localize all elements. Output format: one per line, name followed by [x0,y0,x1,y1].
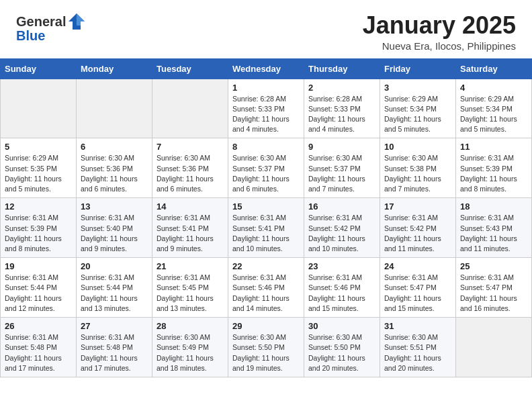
calendar-cell: 2Sunrise: 6:28 AM Sunset: 5:33 PM Daylig… [304,79,380,138]
day-info: Sunrise: 6:28 AM Sunset: 5:33 PM Dayligh… [308,94,375,135]
day-info: Sunrise: 6:31 AM Sunset: 5:40 PM Dayligh… [81,213,148,254]
day-number: 1 [232,83,300,93]
day-info: Sunrise: 6:31 AM Sunset: 5:43 PM Dayligh… [460,213,527,254]
calendar-cell: 10Sunrise: 6:30 AM Sunset: 5:38 PM Dayli… [380,138,456,198]
day-info: Sunrise: 6:31 AM Sunset: 5:41 PM Dayligh… [157,213,224,254]
calendar-week-row: 12Sunrise: 6:31 AM Sunset: 5:39 PM Dayli… [1,198,532,258]
calendar-cell: 15Sunrise: 6:31 AM Sunset: 5:41 PM Dayli… [228,198,304,258]
day-info: Sunrise: 6:31 AM Sunset: 5:47 PM Dayligh… [460,273,527,314]
calendar-table: SundayMondayTuesdayWednesdayThursdayFrid… [0,58,532,377]
day-number: 7 [157,142,224,152]
calendar-cell [152,79,228,138]
day-number: 10 [384,142,451,152]
day-number: 5 [5,142,72,152]
calendar-week-row: 1Sunrise: 6:28 AM Sunset: 5:33 PM Daylig… [1,79,532,138]
day-number: 22 [232,261,300,271]
calendar-cell: 25Sunrise: 6:31 AM Sunset: 5:47 PM Dayli… [456,258,532,318]
day-info: Sunrise: 6:31 AM Sunset: 5:41 PM Dayligh… [232,213,300,254]
day-info: Sunrise: 6:31 AM Sunset: 5:39 PM Dayligh… [460,153,527,194]
calendar-cell: 12Sunrise: 6:31 AM Sunset: 5:39 PM Dayli… [1,198,77,258]
day-info: Sunrise: 6:30 AM Sunset: 5:37 PM Dayligh… [308,153,375,194]
calendar-cell: 3Sunrise: 6:29 AM Sunset: 5:34 PM Daylig… [380,79,456,138]
calendar-cell [456,318,532,377]
day-number: 24 [384,261,451,271]
calendar-header-thursday: Thursday [304,58,380,79]
day-info: Sunrise: 6:30 AM Sunset: 5:36 PM Dayligh… [81,153,148,194]
day-info: Sunrise: 6:31 AM Sunset: 5:46 PM Dayligh… [308,273,375,314]
page-header: General Blue January 2025 Nueva Era, Ilo… [0,0,532,58]
day-info: Sunrise: 6:30 AM Sunset: 5:37 PM Dayligh… [232,153,300,194]
day-info: Sunrise: 6:31 AM Sunset: 5:42 PM Dayligh… [384,213,451,254]
day-info: Sunrise: 6:30 AM Sunset: 5:51 PM Dayligh… [384,332,451,373]
day-number: 31 [384,321,451,331]
day-info: Sunrise: 6:31 AM Sunset: 5:47 PM Dayligh… [384,273,451,314]
calendar-cell: 11Sunrise: 6:31 AM Sunset: 5:39 PM Dayli… [456,138,532,198]
day-number: 27 [81,321,148,331]
calendar-cell [1,79,77,138]
calendar-cell: 28Sunrise: 6:30 AM Sunset: 5:49 PM Dayli… [152,318,228,377]
day-number: 3 [384,83,451,93]
calendar-week-row: 5Sunrise: 6:29 AM Sunset: 5:35 PM Daylig… [1,138,532,198]
calendar-cell: 20Sunrise: 6:31 AM Sunset: 5:44 PM Dayli… [77,258,152,318]
calendar-cell: 24Sunrise: 6:31 AM Sunset: 5:47 PM Dayli… [380,258,456,318]
day-number: 12 [5,201,72,212]
day-number: 30 [308,321,375,331]
title-block: January 2025 Nueva Era, Ilocos, Philippi… [363,12,516,52]
calendar-header-wednesday: Wednesday [228,58,304,79]
calendar-cell: 14Sunrise: 6:31 AM Sunset: 5:41 PM Dayli… [152,198,228,258]
logo: General Blue [16,12,86,44]
day-number: 13 [81,201,148,212]
calendar-cell: 29Sunrise: 6:30 AM Sunset: 5:50 PM Dayli… [228,318,304,377]
day-info: Sunrise: 6:29 AM Sunset: 5:34 PM Dayligh… [460,94,527,135]
day-number: 8 [232,142,300,152]
calendar-cell: 17Sunrise: 6:31 AM Sunset: 5:42 PM Dayli… [380,198,456,258]
day-info: Sunrise: 6:31 AM Sunset: 5:46 PM Dayligh… [232,273,300,314]
day-number: 6 [81,142,148,152]
calendar-week-row: 19Sunrise: 6:31 AM Sunset: 5:44 PM Dayli… [1,258,532,318]
calendar-cell [77,79,152,138]
calendar-cell: 31Sunrise: 6:30 AM Sunset: 5:51 PM Dayli… [380,318,456,377]
day-info: Sunrise: 6:29 AM Sunset: 5:35 PM Dayligh… [5,153,72,194]
day-info: Sunrise: 6:30 AM Sunset: 5:36 PM Dayligh… [157,153,224,194]
day-number: 20 [81,261,148,271]
day-number: 4 [460,83,527,93]
location-title: Nueva Era, Ilocos, Philippines [363,40,516,52]
calendar-cell: 22Sunrise: 6:31 AM Sunset: 5:46 PM Dayli… [228,258,304,318]
calendar-cell: 9Sunrise: 6:30 AM Sunset: 5:37 PM Daylig… [304,138,380,198]
day-number: 15 [232,201,300,212]
day-info: Sunrise: 6:31 AM Sunset: 5:45 PM Dayligh… [157,273,224,314]
day-number: 29 [232,321,300,331]
month-title: January 2025 [363,12,516,39]
day-number: 19 [5,261,72,271]
day-info: Sunrise: 6:28 AM Sunset: 5:33 PM Dayligh… [232,94,300,135]
day-number: 25 [460,261,527,271]
calendar-cell: 5Sunrise: 6:29 AM Sunset: 5:35 PM Daylig… [1,138,77,198]
calendar-cell: 13Sunrise: 6:31 AM Sunset: 5:40 PM Dayli… [77,198,152,258]
calendar-header-saturday: Saturday [456,58,532,79]
day-info: Sunrise: 6:31 AM Sunset: 5:48 PM Dayligh… [5,332,72,373]
day-number: 2 [308,83,375,93]
calendar-cell: 18Sunrise: 6:31 AM Sunset: 5:43 PM Dayli… [456,198,532,258]
day-number: 23 [308,261,375,271]
day-number: 26 [5,321,72,331]
calendar-cell: 23Sunrise: 6:31 AM Sunset: 5:46 PM Dayli… [304,258,380,318]
day-info: Sunrise: 6:31 AM Sunset: 5:39 PM Dayligh… [5,213,72,254]
day-number: 17 [384,201,451,212]
day-info: Sunrise: 6:30 AM Sunset: 5:50 PM Dayligh… [232,332,300,373]
calendar-header-monday: Monday [77,58,152,79]
calendar-cell: 16Sunrise: 6:31 AM Sunset: 5:42 PM Dayli… [304,198,380,258]
logo-general-text: General [16,14,66,30]
day-number: 16 [308,201,375,212]
calendar-cell: 1Sunrise: 6:28 AM Sunset: 5:33 PM Daylig… [228,79,304,138]
calendar-cell: 19Sunrise: 6:31 AM Sunset: 5:44 PM Dayli… [1,258,77,318]
calendar-header-friday: Friday [380,58,456,79]
calendar-cell: 27Sunrise: 6:31 AM Sunset: 5:48 PM Dayli… [77,318,152,377]
day-number: 14 [157,201,224,212]
logo-icon [67,12,86,31]
calendar-cell: 21Sunrise: 6:31 AM Sunset: 5:45 PM Dayli… [152,258,228,318]
day-info: Sunrise: 6:31 AM Sunset: 5:42 PM Dayligh… [308,213,375,254]
day-info: Sunrise: 6:31 AM Sunset: 5:44 PM Dayligh… [81,273,148,314]
day-info: Sunrise: 6:31 AM Sunset: 5:44 PM Dayligh… [5,273,72,314]
calendar-cell: 6Sunrise: 6:30 AM Sunset: 5:36 PM Daylig… [77,138,152,198]
day-number: 28 [157,321,224,331]
